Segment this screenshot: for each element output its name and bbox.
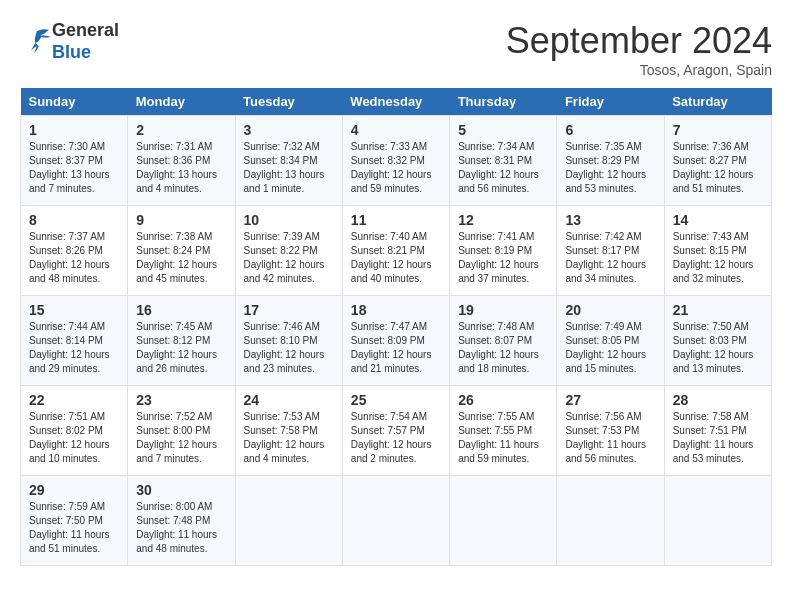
- day-number: 8: [29, 212, 119, 228]
- day-number: 29: [29, 482, 119, 498]
- day-info: Sunrise: 7:45 AM Sunset: 8:12 PM Dayligh…: [136, 320, 226, 376]
- table-row: 21 Sunrise: 7:50 AM Sunset: 8:03 PM Dayl…: [664, 296, 771, 386]
- logo-text: General Blue: [52, 20, 119, 63]
- day-info: Sunrise: 7:59 AM Sunset: 7:50 PM Dayligh…: [29, 500, 119, 556]
- day-number: 11: [351, 212, 441, 228]
- day-number: 25: [351, 392, 441, 408]
- table-row: 24 Sunrise: 7:53 AM Sunset: 7:58 PM Dayl…: [235, 386, 342, 476]
- day-info: Sunrise: 7:54 AM Sunset: 7:57 PM Dayligh…: [351, 410, 441, 466]
- day-info: Sunrise: 7:33 AM Sunset: 8:32 PM Dayligh…: [351, 140, 441, 196]
- day-info: Sunrise: 7:41 AM Sunset: 8:19 PM Dayligh…: [458, 230, 548, 286]
- table-row: 14 Sunrise: 7:43 AM Sunset: 8:15 PM Dayl…: [664, 206, 771, 296]
- day-number: 23: [136, 392, 226, 408]
- month-title: September 2024: [506, 20, 772, 62]
- table-row: [450, 476, 557, 566]
- table-row: 6 Sunrise: 7:35 AM Sunset: 8:29 PM Dayli…: [557, 116, 664, 206]
- day-number: 12: [458, 212, 548, 228]
- day-number: 27: [565, 392, 655, 408]
- day-info: Sunrise: 7:39 AM Sunset: 8:22 PM Dayligh…: [244, 230, 334, 286]
- day-number: 19: [458, 302, 548, 318]
- day-info: Sunrise: 7:43 AM Sunset: 8:15 PM Dayligh…: [673, 230, 763, 286]
- day-number: 16: [136, 302, 226, 318]
- logo: General Blue: [20, 20, 119, 63]
- table-row: 11 Sunrise: 7:40 AM Sunset: 8:21 PM Dayl…: [342, 206, 449, 296]
- header-saturday: Saturday: [664, 88, 771, 116]
- day-info: Sunrise: 7:34 AM Sunset: 8:31 PM Dayligh…: [458, 140, 548, 196]
- day-info: Sunrise: 7:51 AM Sunset: 8:02 PM Dayligh…: [29, 410, 119, 466]
- title-block: September 2024 Tosos, Aragon, Spain: [506, 20, 772, 78]
- table-row: 3 Sunrise: 7:32 AM Sunset: 8:34 PM Dayli…: [235, 116, 342, 206]
- day-number: 9: [136, 212, 226, 228]
- day-number: 21: [673, 302, 763, 318]
- table-row: 22 Sunrise: 7:51 AM Sunset: 8:02 PM Dayl…: [21, 386, 128, 476]
- table-row: 25 Sunrise: 7:54 AM Sunset: 7:57 PM Dayl…: [342, 386, 449, 476]
- table-row: 28 Sunrise: 7:58 AM Sunset: 7:51 PM Dayl…: [664, 386, 771, 476]
- header-wednesday: Wednesday: [342, 88, 449, 116]
- header-tuesday: Tuesday: [235, 88, 342, 116]
- day-number: 2: [136, 122, 226, 138]
- calendar-week-row: 29 Sunrise: 7:59 AM Sunset: 7:50 PM Dayl…: [21, 476, 772, 566]
- calendar-week-row: 1 Sunrise: 7:30 AM Sunset: 8:37 PM Dayli…: [21, 116, 772, 206]
- day-info: Sunrise: 7:32 AM Sunset: 8:34 PM Dayligh…: [244, 140, 334, 196]
- table-row: 4 Sunrise: 7:33 AM Sunset: 8:32 PM Dayli…: [342, 116, 449, 206]
- header-thursday: Thursday: [450, 88, 557, 116]
- day-info: Sunrise: 7:36 AM Sunset: 8:27 PM Dayligh…: [673, 140, 763, 196]
- day-number: 24: [244, 392, 334, 408]
- table-row: 5 Sunrise: 7:34 AM Sunset: 8:31 PM Dayli…: [450, 116, 557, 206]
- day-info: Sunrise: 7:55 AM Sunset: 7:55 PM Dayligh…: [458, 410, 548, 466]
- day-info: Sunrise: 8:00 AM Sunset: 7:48 PM Dayligh…: [136, 500, 226, 556]
- calendar-week-row: 22 Sunrise: 7:51 AM Sunset: 8:02 PM Dayl…: [21, 386, 772, 476]
- table-row: 7 Sunrise: 7:36 AM Sunset: 8:27 PM Dayli…: [664, 116, 771, 206]
- page-header: General Blue September 2024 Tosos, Arago…: [20, 20, 772, 78]
- table-row: 18 Sunrise: 7:47 AM Sunset: 8:09 PM Dayl…: [342, 296, 449, 386]
- day-number: 15: [29, 302, 119, 318]
- day-info: Sunrise: 7:48 AM Sunset: 8:07 PM Dayligh…: [458, 320, 548, 376]
- day-number: 28: [673, 392, 763, 408]
- calendar-table: Sunday Monday Tuesday Wednesday Thursday…: [20, 88, 772, 566]
- day-number: 30: [136, 482, 226, 498]
- table-row: [342, 476, 449, 566]
- day-info: Sunrise: 7:50 AM Sunset: 8:03 PM Dayligh…: [673, 320, 763, 376]
- calendar-week-row: 15 Sunrise: 7:44 AM Sunset: 8:14 PM Dayl…: [21, 296, 772, 386]
- table-row: 15 Sunrise: 7:44 AM Sunset: 8:14 PM Dayl…: [21, 296, 128, 386]
- table-row: 26 Sunrise: 7:55 AM Sunset: 7:55 PM Dayl…: [450, 386, 557, 476]
- day-info: Sunrise: 7:49 AM Sunset: 8:05 PM Dayligh…: [565, 320, 655, 376]
- table-row: [557, 476, 664, 566]
- day-info: Sunrise: 7:40 AM Sunset: 8:21 PM Dayligh…: [351, 230, 441, 286]
- day-info: Sunrise: 7:46 AM Sunset: 8:10 PM Dayligh…: [244, 320, 334, 376]
- day-info: Sunrise: 7:37 AM Sunset: 8:26 PM Dayligh…: [29, 230, 119, 286]
- table-row: 1 Sunrise: 7:30 AM Sunset: 8:37 PM Dayli…: [21, 116, 128, 206]
- day-number: 5: [458, 122, 548, 138]
- day-number: 18: [351, 302, 441, 318]
- table-row: [664, 476, 771, 566]
- day-info: Sunrise: 7:53 AM Sunset: 7:58 PM Dayligh…: [244, 410, 334, 466]
- day-number: 6: [565, 122, 655, 138]
- day-info: Sunrise: 7:30 AM Sunset: 8:37 PM Dayligh…: [29, 140, 119, 196]
- table-row: 30 Sunrise: 8:00 AM Sunset: 7:48 PM Dayl…: [128, 476, 235, 566]
- table-row: 16 Sunrise: 7:45 AM Sunset: 8:12 PM Dayl…: [128, 296, 235, 386]
- day-info: Sunrise: 7:58 AM Sunset: 7:51 PM Dayligh…: [673, 410, 763, 466]
- day-info: Sunrise: 7:42 AM Sunset: 8:17 PM Dayligh…: [565, 230, 655, 286]
- day-number: 13: [565, 212, 655, 228]
- day-info: Sunrise: 7:44 AM Sunset: 8:14 PM Dayligh…: [29, 320, 119, 376]
- table-row: 10 Sunrise: 7:39 AM Sunset: 8:22 PM Dayl…: [235, 206, 342, 296]
- day-number: 26: [458, 392, 548, 408]
- table-row: 2 Sunrise: 7:31 AM Sunset: 8:36 PM Dayli…: [128, 116, 235, 206]
- calendar-header-row: Sunday Monday Tuesday Wednesday Thursday…: [21, 88, 772, 116]
- table-row: [235, 476, 342, 566]
- day-info: Sunrise: 7:47 AM Sunset: 8:09 PM Dayligh…: [351, 320, 441, 376]
- day-number: 20: [565, 302, 655, 318]
- header-sunday: Sunday: [21, 88, 128, 116]
- table-row: 8 Sunrise: 7:37 AM Sunset: 8:26 PM Dayli…: [21, 206, 128, 296]
- table-row: 29 Sunrise: 7:59 AM Sunset: 7:50 PM Dayl…: [21, 476, 128, 566]
- table-row: 27 Sunrise: 7:56 AM Sunset: 7:53 PM Dayl…: [557, 386, 664, 476]
- day-number: 10: [244, 212, 334, 228]
- day-info: Sunrise: 7:35 AM Sunset: 8:29 PM Dayligh…: [565, 140, 655, 196]
- day-number: 3: [244, 122, 334, 138]
- day-number: 14: [673, 212, 763, 228]
- day-number: 22: [29, 392, 119, 408]
- day-number: 7: [673, 122, 763, 138]
- day-info: Sunrise: 7:31 AM Sunset: 8:36 PM Dayligh…: [136, 140, 226, 196]
- header-monday: Monday: [128, 88, 235, 116]
- location-subtitle: Tosos, Aragon, Spain: [506, 62, 772, 78]
